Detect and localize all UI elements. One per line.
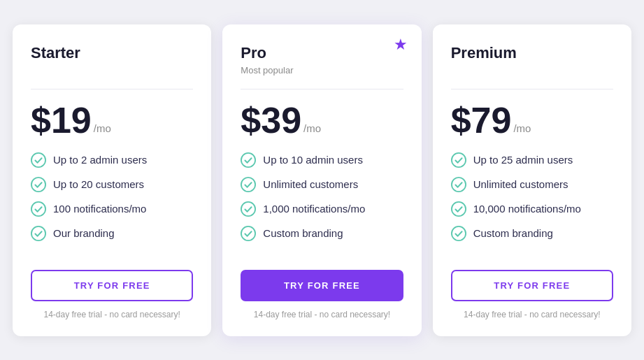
price-period: /mo — [513, 122, 531, 134]
price-period: /mo — [94, 122, 111, 134]
feature-text: 100 notifications/mo — [53, 203, 146, 215]
feature-item: 10,000 notifications/mo — [451, 201, 613, 217]
feature-text: Up to 10 admin users — [263, 154, 363, 166]
feature-item: Unlimited customers — [451, 177, 613, 192]
feature-item: Up to 2 admin users — [31, 152, 193, 168]
price-row: $39 /mo — [241, 102, 403, 138]
feature-item: Our branding — [31, 226, 193, 241]
price-row: $79 /mo — [451, 102, 613, 138]
feature-text: Our branding — [53, 227, 115, 239]
pricing-card-premium: Premium $79 /mo Up to 25 admin users — [433, 24, 631, 336]
trial-note: 14-day free trial - no card necessary! — [241, 310, 403, 319]
pricing-card-pro: ★ Pro Most popular $39 /mo Up to 10 admi… — [222, 24, 421, 336]
features-list: Up to 2 admin users Up to 20 customers 1… — [31, 152, 193, 250]
pricing-cards: Starter $19 /mo Up to 2 admin users — [0, 10, 644, 350]
card-title: Premium — [451, 44, 613, 62]
feature-text: Custom branding — [473, 227, 553, 239]
check-icon — [451, 152, 466, 168]
feature-text: Up to 2 admin users — [53, 154, 147, 166]
check-icon — [451, 177, 466, 192]
svg-point-4 — [241, 152, 255, 166]
feature-item: Up to 20 customers — [31, 177, 193, 192]
svg-point-11 — [452, 226, 466, 240]
feature-text: Up to 25 admin users — [473, 154, 573, 166]
check-icon — [31, 226, 46, 241]
check-icon — [241, 177, 256, 192]
svg-point-1 — [31, 177, 45, 191]
trial-note: 14-day free trial - no card necessary! — [451, 310, 613, 319]
check-icon — [31, 201, 46, 217]
svg-point-9 — [452, 177, 466, 191]
price-period: /mo — [303, 122, 321, 134]
try-free-button[interactable]: TRY FOR FREE — [241, 270, 403, 301]
svg-point-6 — [241, 201, 255, 215]
pricing-card-starter: Starter $19 /mo Up to 2 admin users — [13, 24, 211, 336]
card-subtitle — [451, 65, 613, 78]
card-title: Pro — [241, 44, 403, 62]
svg-point-7 — [241, 226, 255, 240]
check-icon — [241, 226, 256, 241]
feature-text: Unlimited customers — [263, 178, 358, 190]
price-amount: $39 — [241, 102, 301, 138]
svg-point-2 — [31, 201, 45, 215]
svg-point-3 — [31, 226, 45, 240]
card-title: Starter — [31, 44, 193, 62]
svg-point-8 — [452, 152, 466, 166]
feature-item: Up to 10 admin users — [241, 152, 403, 168]
svg-point-5 — [241, 177, 255, 191]
feature-text: Up to 20 customers — [53, 178, 144, 190]
try-free-button[interactable]: TRY FOR FREE — [451, 270, 613, 301]
card-divider — [241, 89, 403, 89]
feature-item: Unlimited customers — [241, 177, 403, 192]
features-list: Up to 10 admin users Unlimited customers… — [241, 152, 403, 250]
feature-item: 100 notifications/mo — [31, 201, 193, 217]
feature-item: 1,000 notifications/mo — [241, 201, 403, 217]
svg-point-10 — [452, 201, 466, 215]
trial-note: 14-day free trial - no card necessary! — [31, 310, 193, 319]
card-divider — [451, 89, 613, 89]
check-icon — [241, 201, 256, 217]
check-icon — [451, 201, 466, 217]
feature-text: 1,000 notifications/mo — [263, 203, 365, 215]
feature-text: Unlimited customers — [473, 178, 568, 190]
svg-point-0 — [31, 152, 45, 166]
feature-item: Custom branding — [451, 226, 613, 241]
try-free-button[interactable]: TRY FOR FREE — [31, 270, 193, 301]
check-icon — [451, 226, 466, 241]
card-subtitle: Most popular — [241, 65, 403, 78]
price-amount: $79 — [451, 102, 512, 138]
check-icon — [31, 152, 46, 168]
price-amount: $19 — [31, 102, 92, 138]
check-icon — [31, 177, 46, 192]
feature-item: Up to 25 admin users — [451, 152, 613, 168]
feature-item: Custom branding — [241, 226, 403, 241]
features-list: Up to 25 admin users Unlimited customers… — [451, 152, 613, 250]
check-icon — [241, 152, 256, 168]
card-divider — [31, 89, 193, 89]
price-row: $19 /mo — [31, 102, 193, 138]
popular-star-icon: ★ — [394, 36, 408, 54]
feature-text: 10,000 notifications/mo — [473, 203, 581, 215]
feature-text: Custom branding — [263, 227, 343, 239]
card-subtitle — [31, 65, 193, 78]
